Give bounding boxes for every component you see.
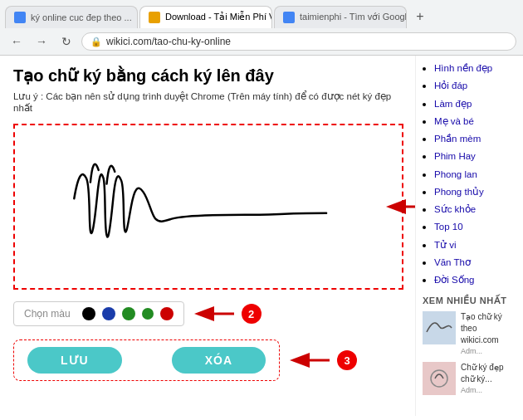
sidebar-card-2-svg xyxy=(423,362,456,395)
sidebar-link-me-va-be[interactable]: Mẹ và bé xyxy=(434,116,474,126)
badge-3: 3 xyxy=(337,350,357,370)
sidebar-link-phong-lan[interactable]: Phong lan xyxy=(434,169,477,179)
forward-button[interactable]: → xyxy=(32,32,51,51)
reload-button[interactable]: ↻ xyxy=(56,32,76,51)
color-dot-black[interactable] xyxy=(82,307,95,320)
tab-3[interactable]: taimienphi - Tìm với Google ✕ xyxy=(274,6,407,28)
sidebar-link-tu-vi[interactable]: Tử vi xyxy=(434,240,457,250)
sidebar-link-phan-mem[interactable]: Phần mèm xyxy=(434,134,481,144)
signature-canvas[interactable] xyxy=(13,124,403,290)
sidebar-card-2[interactable]: Chữ ký đẹp chữ ký... Adm... xyxy=(423,362,516,396)
arrow-3-svg xyxy=(288,349,334,372)
back-button[interactable]: ← xyxy=(7,32,27,51)
sidebar-link-phong-thuy[interactable]: Phong thủy xyxy=(434,187,484,197)
sidebar-link-phim-hay[interactable]: Phim Hay xyxy=(434,151,476,161)
sidebar-card-2-image xyxy=(423,362,456,395)
arrow-3: 3 xyxy=(288,349,357,372)
list-item: Văn Thơ xyxy=(434,255,516,270)
page-title: Tạo chữ ký bằng cách ký lên đây xyxy=(13,66,402,85)
sidebar-link-lam-dep[interactable]: Làm đẹp xyxy=(434,99,472,109)
sidebar-list: Hình nền đẹp Hỏi đáp Làm đẹp Mẹ và bé Ph… xyxy=(423,61,516,287)
color-label: Chọn màu xyxy=(24,308,71,320)
color-dot-green[interactable] xyxy=(122,307,135,320)
color-picker-wrapper: Chọn màu 2 xyxy=(13,301,262,326)
new-tab-button[interactable]: + xyxy=(408,5,432,28)
sidebar-card-1-svg xyxy=(423,311,456,344)
arrow-1-svg xyxy=(384,195,415,218)
tab-1-label: ký online cuc đep theo ... xyxy=(31,12,132,22)
save-button[interactable]: LƯU xyxy=(27,347,122,374)
sidebar-card-1-title: Tạo chữ ký theo wikici.com xyxy=(461,311,516,346)
list-item: Phong thủy xyxy=(434,184,516,199)
tab-2-favicon xyxy=(149,12,160,23)
notice-text: Lưu ý : Các bạn nên sử dụng trình duyệt … xyxy=(13,90,402,114)
list-item: Mẹ và bé xyxy=(434,114,516,129)
page-content: Tạo chữ ký bằng cách ký lên đây Lưu ý : … xyxy=(0,56,523,416)
list-item: Tử vi xyxy=(434,237,516,252)
tab-1-close[interactable]: ✕ xyxy=(137,12,138,22)
list-item: Phim Hay xyxy=(434,149,516,164)
tab-1[interactable]: ký online cuc đep theo ... ✕ xyxy=(5,6,138,28)
tab-3-favicon xyxy=(283,12,295,23)
list-item: Phần mèm xyxy=(434,131,516,146)
svg-rect-1 xyxy=(423,362,456,395)
sidebar-link-top-10[interactable]: Top 10 xyxy=(434,222,463,232)
address-bar-row: ← → ↻ 🔒 wikici.com/tao-chu-ky-online xyxy=(0,28,523,55)
lock-icon: 🔒 xyxy=(90,37,102,47)
tab-3-label: taimienphi - Tìm với Google xyxy=(300,12,407,22)
svg-rect-0 xyxy=(423,311,456,344)
sidebar-link-hinh-nen-dep[interactable]: Hình nền đẹp xyxy=(434,63,492,73)
list-item: Làm đẹp xyxy=(434,96,516,111)
buttons-wrapper: LƯU XÓA 3 xyxy=(13,339,357,381)
arrow-2-svg xyxy=(193,302,238,325)
sidebar-card-1[interactable]: Tạo chữ ký theo wikici.com Adm... xyxy=(423,311,516,357)
browser-chrome: ký online cuc đep theo ... ✕ Download - … xyxy=(0,0,523,56)
tab-2[interactable]: Download - Tải Miễn Phí VN - P... ✕ xyxy=(139,6,272,28)
signature-area-wrapper: 1 xyxy=(13,124,402,290)
list-item: Top 10 xyxy=(434,219,516,234)
list-item: Sức khỏe xyxy=(434,202,516,217)
main-content: Tạo chữ ký bằng cách ký lên đây Lưu ý : … xyxy=(0,56,415,416)
tab-1-favicon xyxy=(14,12,26,23)
arrow-2: 2 xyxy=(193,302,262,325)
sidebar-link-suc-khoe[interactable]: Sức khỏe xyxy=(434,204,476,214)
btn-row: LƯU XÓA xyxy=(13,339,280,381)
sidebar-card-1-author: Adm... xyxy=(461,346,516,357)
tab-2-label: Download - Tải Miễn Phí VN - P... xyxy=(165,12,272,22)
sidebar-card-1-image xyxy=(423,311,456,344)
sidebar-link-doi-song[interactable]: Đời Sống xyxy=(434,275,475,285)
address-box[interactable]: 🔒 wikici.com/tao-chu-ky-online xyxy=(81,32,516,51)
sidebar: Hình nền đẹp Hỏi đáp Làm đẹp Mẹ và bé Ph… xyxy=(415,56,523,416)
badge-2: 2 xyxy=(242,304,262,324)
list-item: Hình nền đẹp xyxy=(434,61,516,76)
color-dot-darkgreen[interactable] xyxy=(142,308,154,320)
list-item: Hỏi đáp xyxy=(434,78,516,93)
url-text: wikici.com/tao-chu-ky-online xyxy=(106,36,231,47)
sidebar-card-2-text: Chữ ký đẹp chữ ký... Adm... xyxy=(461,362,516,396)
sidebar-card-2-author: Adm... xyxy=(461,385,516,396)
color-dot-red[interactable] xyxy=(160,307,174,320)
sidebar-link-van-tho[interactable]: Văn Thơ xyxy=(434,257,471,267)
tab-bar: ký online cuc đep theo ... ✕ Download - … xyxy=(0,0,523,28)
color-picker-box[interactable]: Chọn màu xyxy=(13,301,184,326)
color-dot-blue[interactable] xyxy=(102,307,115,320)
sidebar-link-hoi-dap[interactable]: Hỏi đáp xyxy=(434,81,467,90)
signature-svg xyxy=(15,125,402,288)
list-item: Phong lan xyxy=(434,167,516,182)
clear-button[interactable]: XÓA xyxy=(172,347,266,374)
list-item: Đời Sống xyxy=(434,272,516,287)
sidebar-card-1-text: Tạo chữ ký theo wikici.com Adm... xyxy=(461,311,516,357)
arrow-1: 1 xyxy=(384,195,415,218)
xem-nhieu-nhat-label: XEM NHIỀU NHẤT xyxy=(423,295,516,306)
sidebar-card-2-title: Chữ ký đẹp chữ ký... xyxy=(461,362,516,385)
